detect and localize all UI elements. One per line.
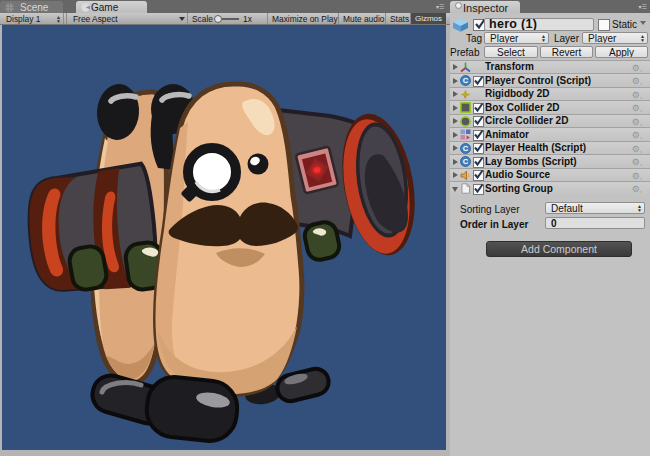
svg-text:C: C [463,76,469,85]
svg-text:C: C [463,157,469,166]
svg-text:C: C [463,144,469,153]
